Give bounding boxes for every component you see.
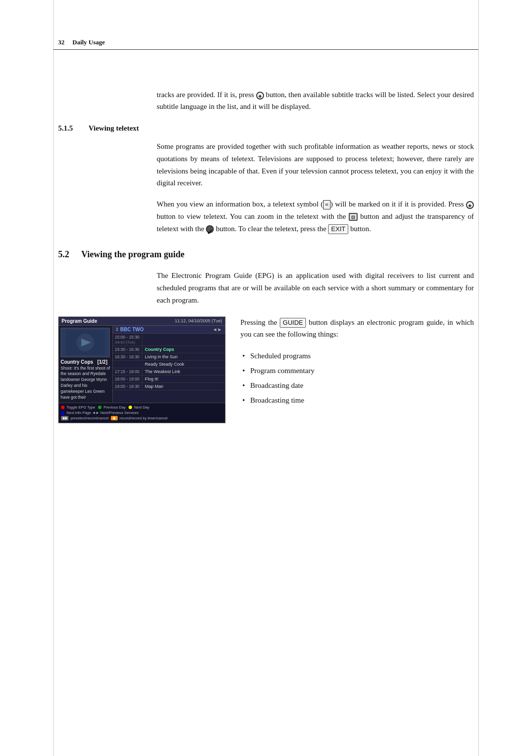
epg-channel-bar: 2 BBC TWO ◄► [113,326,225,334]
bullet-date: Broadcasting date [240,378,474,393]
epg-row-2: 16:30 - 16:30 Living in the Sun [113,353,225,361]
epg-time-6: 19:00 - 19:30 [113,383,142,390]
epg-dot-blue [61,412,65,415]
epg-time-5: 18:00 - 19:00 [113,376,142,382]
epg-time-3 [113,363,142,365]
header-rule [53,49,479,50]
section-52-intro: The Electronic Program Guide (EPG) is an… [157,270,474,306]
page-number: 32 [58,38,65,46]
main-content: tracks are provided. If it is, press ◈ b… [0,89,532,423]
epg-title: Program Guide [62,318,97,324]
epg-prog-6: Map Man [142,383,166,390]
epg-prog-5: Flog It! [142,376,161,382]
epg-prog-2: Living in the Sun [142,353,180,360]
epg-date: 11:12, 04/10/2005 (Tue) [175,318,222,323]
epg-nav-arrows: ◄► [212,327,222,332]
epg-section: Program Guide 11:12, 04/10/2005 (Tue) [58,316,474,423]
epg-program-title: Country Cops [1/2] [61,359,110,365]
epg-left-panel: Country Cops [1/2] Shoot: It's the first… [59,326,113,403]
epg-prog-3: Ready Steady Cook [142,361,187,368]
section-515-para2: When you view an information box, a tele… [157,198,474,235]
section-52-title: Viewing the program guide [81,249,185,259]
epg-prog-1: Country Cops [142,346,177,353]
epg-time-0: 15:00 - 15:3034/10 (Tue) [113,334,142,345]
bullet-scheduled: Scheduled programs [240,348,474,363]
section-52-heading: 5.2 Viewing the program guide [58,249,474,260]
epg-footer: Toggle EPG Type Previous Day Next Day Ne… [59,403,225,423]
section-515-para1: Some programs are provided together with… [157,140,474,189]
section-515-title: Viewing teletext [89,124,139,132]
epg-row-3: Ready Steady Cook [113,361,225,368]
epg-footer-rec-btn: ■■ [61,416,68,420]
epg-channel-name: BBC TWO [120,327,144,332]
exit-button: EXIT [328,224,348,234]
epg-body: Country Cops [1/2] Shoot: It's the first… [59,326,225,403]
epg-screenshot-container: Program Guide 11:12, 04/10/2005 (Tue) [58,316,226,423]
zoom-button-icon: ⊡ [349,213,358,221]
epg-bullet-list: Scheduled programs Program commentary Br… [240,348,474,408]
epg-prog-4: The Weakest Link [142,368,183,375]
epg-program-desc: Shoot: It's the first shoot of the seaso… [61,366,110,401]
epg-prog-0 [142,339,147,341]
header-content: 32 Daily Usage [58,38,474,46]
epg-footer-timer-btn: ⏺ [111,416,118,420]
adjust-button-icon: ✔ [206,225,214,233]
epg-row-6: 19:00 - 19:30 Map Man [113,383,225,390]
epg-description: Pressing the GUIDE button displays an el… [240,316,474,408]
epg-top-bar: Program Guide 11:12, 04/10/2005 (Tue) [59,317,225,326]
epg-channel-num: 2 [116,327,118,332]
epg-row-4: 17:15 - 18:00 The Weakest Link [113,368,225,376]
epg-row-0: 15:00 - 15:3034/10 (Tue) [113,334,225,346]
section-515-number: 5.1.5 [58,124,73,132]
page: 32 Daily Usage tracks are provided. If i… [0,0,532,756]
epg-row-1: 15:30 - 16:30 Country Cops [113,346,225,353]
teletext-symbol: ≡ [323,200,331,209]
guide-button: GUIDE [280,318,306,328]
epg-time-2: 16:30 - 16:30 [113,353,142,360]
gem-button-icon2: ◈ [466,201,474,209]
gem-button-icon: ◈ [256,92,264,100]
section-52-number: 5.2 [58,249,69,259]
epg-right-panel: 2 BBC TWO ◄► 15:00 - 15:3034/10 (Tue) 15… [113,326,225,403]
section-515-heading: 5.1.5 Viewing teletext [58,124,474,133]
epg-time-1: 15:30 - 16:30 [113,346,142,353]
epg-time-4: 17:15 - 18:00 [113,368,142,375]
bullet-time: Broadcasting time [240,393,474,408]
epg-thumbnail [61,328,110,357]
epg-screen: Program Guide 11:12, 04/10/2005 (Tue) [58,316,226,423]
bullet-commentary: Program commentary [240,363,474,378]
epg-dot-green [98,406,101,409]
epg-dot-yellow [129,406,132,409]
epg-desc-para: Pressing the GUIDE button displays an el… [240,316,474,341]
header-section-title: Daily Usage [72,38,105,46]
epg-dot-red [61,406,65,409]
intro-paragraph: tracks are provided. If it is, press ◈ b… [157,89,474,112]
epg-row-5: 18:00 - 19:00 Flog It! [113,376,225,383]
